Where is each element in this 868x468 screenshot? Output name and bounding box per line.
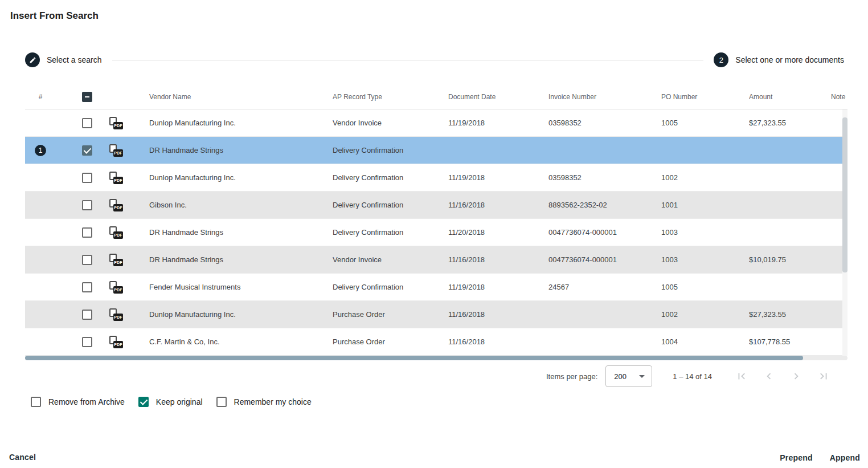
table-row[interactable]: PDF C.F. Martin & Co, Inc. Purchase Orde… bbox=[25, 328, 847, 356]
row-checkbox[interactable] bbox=[82, 282, 92, 292]
pdf-document-icon[interactable]: PDF bbox=[109, 199, 123, 211]
step2-number: 2 bbox=[719, 56, 723, 64]
append-button[interactable]: Append bbox=[830, 453, 860, 462]
pdf-document-icon[interactable]: PDF bbox=[109, 172, 123, 184]
po-number-cell bbox=[661, 137, 749, 164]
table-row[interactable]: PDF DR Handmade Strings Delivery Confirm… bbox=[25, 219, 847, 246]
amount-cell bbox=[749, 274, 831, 300]
step2-number-badge: 2 bbox=[714, 52, 728, 67]
document-date-cell: 11/20/2018 bbox=[448, 219, 548, 246]
horizontal-scrollbar-thumb[interactable] bbox=[25, 356, 803, 360]
pdf-document-icon[interactable]: PDF bbox=[109, 226, 123, 239]
pdf-document-icon[interactable]: PDF bbox=[109, 254, 123, 266]
document-date-cell bbox=[448, 137, 548, 164]
row-checkbox[interactable] bbox=[82, 173, 92, 183]
vertical-scrollbar[interactable] bbox=[842, 109, 847, 356]
option-label: Remember my choice bbox=[234, 397, 312, 406]
pdf-document-icon[interactable]: PDF bbox=[109, 281, 123, 294]
pdf-label: PDF bbox=[113, 286, 123, 294]
pagination-nav bbox=[735, 369, 830, 383]
pdf-document-icon[interactable]: PDF bbox=[109, 336, 123, 348]
po-number-cell: 1002 bbox=[661, 301, 749, 328]
row-checkbox[interactable] bbox=[82, 337, 92, 347]
table-row[interactable]: PDF Dunlop Manufacturing Inc. Purchase O… bbox=[25, 301, 847, 328]
table-row[interactable]: PDF Gibson Inc. Delivery Confirmation 11… bbox=[25, 192, 847, 219]
ap-record-type-cell: Delivery Confirmation bbox=[333, 192, 448, 218]
ap-record-type-cell: Delivery Confirmation bbox=[333, 164, 448, 191]
last-page-icon bbox=[817, 370, 830, 382]
row-number-cell: 1 bbox=[25, 137, 56, 164]
row-pdf-cell: PDF bbox=[92, 328, 128, 355]
row-pdf-cell: PDF bbox=[92, 137, 128, 164]
row-number-cell bbox=[25, 274, 56, 300]
edit-pencil-icon bbox=[29, 56, 36, 64]
step1-label: Select a search bbox=[47, 55, 102, 64]
row-checkbox[interactable] bbox=[82, 118, 92, 128]
pdf-label: PDF bbox=[113, 341, 123, 348]
document-date-cell: 11/16/2018 bbox=[448, 246, 548, 273]
table-row[interactable]: PDF Dunlop Manufacturing Inc. Vendor Inv… bbox=[25, 109, 847, 137]
remove-from-archive-checkbox[interactable] bbox=[31, 397, 41, 407]
option-keep-original[interactable]: Keep original bbox=[138, 397, 203, 407]
header-amount[interactable]: Amount bbox=[749, 84, 831, 109]
ap-record-type-cell: Vendor Invoice bbox=[333, 246, 448, 273]
pdf-document-icon[interactable]: PDF bbox=[109, 308, 123, 321]
header-ap-record-type[interactable]: AP Record Type bbox=[333, 84, 448, 109]
previous-page-button[interactable] bbox=[762, 369, 776, 383]
option-remember-my-choice[interactable]: Remember my choice bbox=[216, 397, 312, 407]
header-invoice-number[interactable]: Invoice Number bbox=[548, 84, 661, 109]
vertical-scrollbar-thumb[interactable] bbox=[842, 117, 847, 272]
invoice-number-cell bbox=[548, 301, 661, 328]
po-number-cell: 1002 bbox=[661, 164, 749, 191]
document-date-cell: 11/19/2018 bbox=[448, 109, 548, 136]
remember-my-choice-checkbox[interactable] bbox=[216, 397, 227, 407]
header-document-date[interactable]: Document Date bbox=[448, 84, 548, 109]
row-checkbox[interactable] bbox=[82, 200, 92, 210]
table-row[interactable]: PDF Dunlop Manufacturing Inc. Delivery C… bbox=[25, 164, 847, 192]
pdf-document-icon[interactable]: PDF bbox=[109, 144, 123, 157]
header-po-number[interactable]: PO Number bbox=[661, 84, 749, 109]
option-remove-from-archive[interactable]: Remove from Archive bbox=[31, 397, 125, 407]
table-row[interactable]: PDF Fender Musical Instruments Delivery … bbox=[25, 274, 847, 301]
table-header: # Vendor Name AP Record Type Document Da… bbox=[25, 84, 847, 109]
row-pdf-cell: PDF bbox=[92, 301, 128, 328]
first-page-button[interactable] bbox=[735, 369, 748, 383]
row-checkbox-cell bbox=[56, 246, 92, 273]
po-number-cell: 1003 bbox=[661, 246, 749, 273]
row-number-cell bbox=[25, 109, 56, 136]
step1-edit-icon[interactable] bbox=[25, 52, 40, 67]
row-checkbox[interactable] bbox=[82, 145, 92, 156]
horizontal-scrollbar[interactable] bbox=[25, 356, 847, 360]
next-page-button[interactable] bbox=[789, 369, 803, 383]
header-note[interactable]: Note bbox=[831, 84, 847, 109]
invoice-number-cell: 03598352 bbox=[548, 109, 661, 136]
pdf-label: PDF bbox=[113, 122, 123, 129]
cancel-button[interactable]: Cancel bbox=[9, 453, 36, 462]
page-range-label: 1 – 14 of 14 bbox=[673, 372, 712, 381]
po-number-cell: 1005 bbox=[661, 109, 749, 136]
document-date-cell: 11/16/2018 bbox=[448, 301, 548, 328]
last-page-button[interactable] bbox=[817, 369, 830, 383]
header-vendor-name[interactable]: Vendor Name bbox=[128, 84, 333, 109]
row-checkbox[interactable] bbox=[82, 310, 92, 320]
document-date-cell: 11/16/2018 bbox=[448, 328, 548, 355]
option-label: Keep original bbox=[156, 397, 203, 406]
items-per-page-select[interactable]: 200 bbox=[605, 365, 652, 387]
keep-original-checkbox[interactable] bbox=[138, 397, 149, 407]
dialog-title: Insert From Search bbox=[10, 10, 99, 22]
selection-order-badge: 1 bbox=[35, 145, 46, 156]
vendor-name-cell: Dunlop Manufacturing Inc. bbox=[128, 301, 333, 328]
table-row[interactable]: PDF DR Handmade Strings Vendor Invoice 1… bbox=[25, 246, 847, 274]
prepend-button[interactable]: Prepend bbox=[780, 453, 812, 462]
select-all-checkbox[interactable] bbox=[82, 92, 92, 102]
amount-cell: $27,323.55 bbox=[749, 109, 831, 136]
ap-record-type-cell: Vendor Invoice bbox=[333, 109, 448, 136]
pdf-document-icon[interactable]: PDF bbox=[109, 117, 123, 129]
vendor-name-cell: DR Handmade Strings bbox=[128, 137, 333, 164]
stepper-line bbox=[112, 60, 704, 60]
row-checkbox[interactable] bbox=[82, 227, 92, 238]
items-per-page-label: Items per page: bbox=[546, 372, 597, 381]
table-row[interactable]: 1 PDF DR Handmade Strings Delivery Confi… bbox=[25, 137, 847, 164]
po-number-cell: 1005 bbox=[661, 274, 749, 300]
row-checkbox[interactable] bbox=[82, 255, 92, 265]
